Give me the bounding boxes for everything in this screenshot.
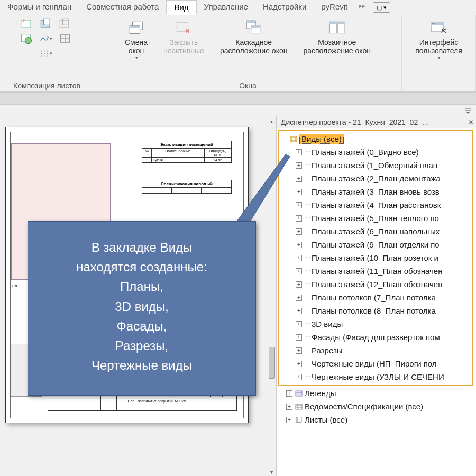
callout-line: находятся созданные: [38, 257, 246, 277]
close-inactive-button[interactable]: Закрыть неактивные [160, 18, 207, 56]
tree-item[interactable]: +⋯Планы этажей (4_План расстановк [296, 198, 471, 212]
tab-view[interactable]: Вид [166, 0, 196, 15]
expand-icon[interactable]: + [296, 149, 302, 155]
legend-icon [295, 390, 303, 397]
tree-item[interactable]: +⋯Планы этажей (2_План демонтажа [296, 172, 471, 185]
tree-item[interactable]: +⋯Чертежные виды (УЗЛЫ И СЕЧЕНИ [296, 370, 471, 383]
tree-item-label: Чертежные виды (НП_Пироги пол [312, 359, 437, 368]
expand-icon[interactable]: + [296, 268, 302, 274]
project-tree: − Виды (все) +⋯Планы этажей (0_Видно все… [277, 128, 476, 476]
tree-item[interactable]: +⋯3D виды [296, 317, 471, 331]
svg-point-34 [434, 23, 435, 24]
sheet-btn-4[interactable] [21, 33, 33, 44]
tree-connector: ⋯ [305, 307, 311, 314]
expand-icon[interactable]: + [296, 202, 302, 208]
tree-sheets[interactable]: + Листы (все) [286, 413, 475, 426]
expand-icon[interactable]: + [286, 417, 292, 423]
callout-line: Планы, [38, 277, 246, 296]
tree-item[interactable]: +⋯Планы этажей (6_План напольных [296, 225, 471, 238]
svg-point-18 [47, 56, 48, 57]
tree-connector: ⋯ [305, 188, 311, 195]
sheet-btn-5[interactable]: ▾ [40, 33, 52, 44]
tree-item-label: Планы этажей (0_Видно все) [312, 148, 419, 157]
sheet-btn-1[interactable] [21, 18, 33, 30]
tabs-overflow-icon[interactable]: ▸▸ [355, 0, 370, 15]
expand-icon[interactable]: + [286, 404, 292, 410]
expand-icon[interactable]: + [296, 295, 302, 301]
svg-rect-24 [246, 21, 255, 23]
panel-label-sheet-composition: Композиция листов [13, 80, 80, 90]
tree-item[interactable]: +⋯Планы этажей (9_План отделки по [296, 238, 471, 251]
tree-item-label: Разрезы [312, 346, 343, 355]
sheet-btn-blank [21, 48, 33, 59]
tree-connector: ⋯ [305, 254, 311, 261]
user-interface-button[interactable]: Интерфейс пользователя ▾ [412, 18, 465, 61]
scroll-down-icon[interactable]: ▾ [268, 468, 276, 475]
svg-point-15 [47, 53, 48, 54]
tree-item[interactable]: +⋯Планы этажей (5_План теплого по [296, 212, 471, 225]
tree-legends[interactable]: + Легенды [286, 387, 475, 400]
expand-icon[interactable]: + [296, 189, 302, 195]
expand-icon[interactable]: + [296, 228, 302, 235]
svg-rect-28 [329, 22, 336, 24]
project-browser: Диспетчер проекта - 21_Кухня_2021_02_...… [276, 116, 476, 476]
tree-item[interactable]: +⋯Фасады (Фасад для разверток пом [296, 331, 471, 344]
expand-icon[interactable]: + [296, 308, 302, 314]
expand-icon[interactable]: + [296, 162, 302, 169]
tree-item[interactable]: +⋯Планы этажей (0_Видно все) [296, 145, 471, 159]
sheet-btn-6[interactable] [59, 33, 71, 44]
tree-item[interactable]: +⋯Планы этажей (11_План обозначен [296, 264, 471, 278]
expand-icon[interactable]: + [296, 215, 302, 222]
tab-addins[interactable]: Надстройки [255, 0, 314, 15]
expand-icon[interactable]: + [296, 255, 302, 261]
svg-rect-26 [251, 25, 260, 28]
close-icon[interactable]: ✕ [466, 118, 475, 126]
expand-icon[interactable]: + [296, 374, 302, 380]
tree-item[interactable]: +⋯Планы этажей (3_План вновь возв [296, 185, 471, 198]
tile-label: Мозаичное расположение окон [303, 38, 371, 55]
tree-root-views[interactable]: − Виды (все) [281, 132, 471, 145]
tab-forms-siteplan[interactable]: Формы и генплан [0, 0, 79, 15]
expand-icon[interactable]: + [296, 321, 302, 327]
sheet-btn-2[interactable] [40, 18, 52, 30]
ui-icon [430, 19, 448, 37]
svg-point-11 [44, 51, 45, 52]
expand-icon[interactable]: + [296, 334, 302, 341]
tree-item[interactable]: +⋯Планы потолков (8_План потолка [296, 304, 471, 317]
tree-item[interactable]: +⋯Планы этажей (12_План обозначен [296, 278, 471, 291]
tree-item[interactable]: +⋯Планы потолков (7_План потолка [296, 291, 471, 304]
tab-pyrevit[interactable]: pyRevit [314, 0, 355, 15]
switch-windows-button[interactable]: Смена окон ▾ [122, 18, 151, 61]
expand-icon[interactable]: + [296, 176, 302, 182]
expand-icon[interactable]: + [296, 281, 302, 288]
ribbon-expand-button[interactable]: ▢ ▾ [373, 2, 390, 13]
collapse-icon[interactable]: − [281, 136, 287, 142]
svg-point-6 [25, 38, 31, 44]
viewport-options-icon[interactable] [463, 106, 473, 115]
expand-icon[interactable]: + [296, 361, 302, 367]
cascade-windows-button[interactable]: Каскадное расположение окон [217, 18, 291, 56]
canvas-scrollbar[interactable]: ▴ ▾ [267, 116, 276, 476]
tree-item[interactable]: +⋯Разрезы [296, 344, 471, 357]
tree-item[interactable]: +⋯Чертежные виды (НП_Пироги пол [296, 357, 471, 370]
tree-item[interactable]: +⋯Планы этажей (1_Обмерный план [296, 159, 471, 172]
tree-connector: ⋯ [305, 294, 311, 301]
tree-item-label: Планы этажей (6_План напольных [312, 227, 440, 236]
tile-windows-button[interactable]: Мозаичное расположение окон [300, 18, 374, 56]
tree-item[interactable]: +⋯Планы этажей (10_План розеток и [296, 251, 471, 264]
expand-icon[interactable]: + [286, 390, 292, 397]
tree-connector: ⋯ [305, 175, 311, 182]
expand-icon[interactable]: + [296, 347, 302, 354]
switch-windows-icon [127, 19, 145, 37]
sheet-btn-3[interactable] [59, 18, 71, 30]
tab-manage[interactable]: Управление [197, 0, 255, 15]
tree-schedules[interactable]: + Ведомости/Спецификации (все) [286, 400, 475, 413]
svg-rect-46 [297, 417, 301, 422]
tab-collaborate[interactable]: Совместная работа [79, 0, 166, 15]
tree-root-label: Виды (все) [299, 134, 344, 144]
scroll-up-icon[interactable]: ▴ [268, 117, 276, 125]
expand-icon[interactable]: + [296, 242, 302, 248]
callout-line: Чертежные виды [38, 355, 246, 375]
sheet-btn-7[interactable]: ▾ [40, 48, 52, 59]
scroll-thumb[interactable] [269, 347, 275, 379]
